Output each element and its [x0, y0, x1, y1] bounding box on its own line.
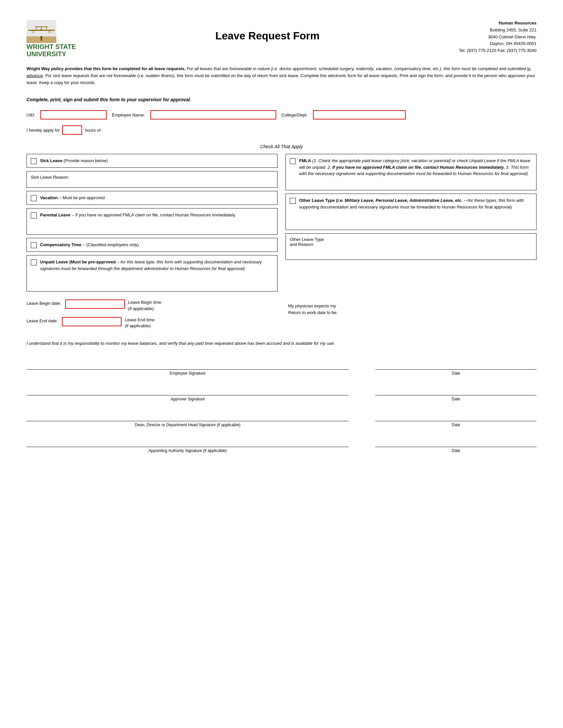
fmla-urgent: If you have no approved FMLA claim on fi… [332, 165, 505, 170]
hours-input[interactable] [62, 125, 82, 135]
unpaid-leave-text: Unpaid Leave (Must be pre-approved – for… [40, 259, 273, 272]
employee-sig-row: Employee Signature Date [26, 360, 537, 376]
appointing-sig-line [26, 438, 349, 447]
page-header: WRIGHT STATE UNIVERSITY Leave Request Fo… [26, 20, 537, 58]
approver-sig-line [26, 386, 349, 395]
begin-date-row: Leave Begin date: Leave Begin time(if ap… [26, 299, 275, 311]
hr-address1: Building 2455, Suite 221 [459, 27, 537, 34]
date-left: Leave Begin date: Leave Begin time(if ap… [26, 299, 275, 334]
college-label: College/Dept: [282, 113, 308, 117]
policy-bold-intro: Wright Way policy provides that this for… [26, 66, 185, 71]
svg-rect-11 [41, 38, 42, 41]
signatures-section: Employee Signature Date Approver Signatu… [26, 360, 537, 453]
other-reason-box: Other Leave Typeand Reason: [286, 233, 537, 260]
begin-date-time-group: Leave Begin time(if applicable): [65, 299, 161, 311]
appointing-date-label: Date [452, 448, 460, 453]
approver-sig-left: Approver Signature [26, 386, 349, 401]
college-dept-input[interactable] [313, 110, 406, 119]
dean-sig-left: Dean, Director or Department Head Signat… [26, 412, 349, 427]
university-name: WRIGHT STATE UNIVERSITY [26, 43, 76, 58]
unpaid-leave-checkbox[interactable] [31, 259, 37, 265]
appointing-sig-left: Appointing Authority Signature (if appli… [26, 438, 349, 453]
parental-leave-checkbox[interactable] [31, 212, 37, 218]
vacation-checkbox[interactable] [31, 195, 37, 201]
other-leave-text: Other Leave Type (i.e. Military Leave, P… [299, 197, 532, 210]
begin-time-label: Leave Begin time(if applicable): [128, 299, 161, 311]
hours-label: hours of: [85, 128, 102, 133]
approver-date-right: Date [375, 386, 537, 401]
compensatory-label: Compensatory Time [40, 242, 81, 247]
compensatory-checkbox[interactable] [31, 242, 37, 248]
fmla-checkbox[interactable] [290, 158, 296, 164]
vacation-sublabel: – Must be pre-approved [59, 195, 105, 200]
employee-date-right: Date [375, 360, 537, 376]
employee-date-line [375, 360, 537, 370]
dean-date-right: Date [375, 412, 537, 427]
policy-text: Wright Way policy provides that this for… [26, 66, 537, 86]
sick-leave-text: Sick Leave (Provide reason below) [40, 158, 108, 164]
hr-address2: 3640 Colonel Glenn Hwy. [459, 34, 537, 41]
end-time-label: Leave End time(if applicable): [125, 317, 155, 329]
leave-options-container: Sick Leave (Provide reason below) Sick L… [26, 154, 537, 292]
end-date-row: Leave End date: Leave End time(if applic… [26, 317, 275, 329]
end-date-label: Leave End date: [26, 317, 58, 323]
fmla-label: FMLA [299, 158, 311, 163]
appointing-date-line [375, 438, 537, 447]
fmla-option: FMLA (1. Check the appropriate paid leav… [286, 154, 537, 190]
uid-empname-college-row: UID: Employee Name: College/Dept: [26, 110, 537, 119]
parental-leave-option: Parental Leave – If you have no approved… [26, 208, 277, 235]
physician-section: My physician expects myReturn to work da… [288, 299, 537, 316]
employee-sig-label: Employee Signature [170, 371, 206, 376]
sick-leave-sublabel: (Provide reason below) [64, 158, 108, 163]
check-all-label: Check All That Apply [26, 144, 537, 149]
policy-italic-sick: For sick leave requests that are not for… [45, 73, 136, 78]
appointing-date-right: Date [375, 438, 537, 453]
employee-sig-line [26, 360, 349, 370]
uid-label: UID: [26, 113, 35, 117]
svg-point-10 [40, 36, 42, 38]
physician-text: My physician expects myReturn to work da… [288, 303, 537, 316]
sick-leave-option: Sick Leave (Provide reason below) [26, 154, 277, 168]
approver-sig-row: Approver Signature Date [26, 386, 537, 401]
other-leave-checkbox[interactable] [290, 198, 296, 204]
left-options: Sick Leave (Provide reason below) Sick L… [26, 154, 277, 292]
approver-sig-label: Approver Signature [170, 397, 205, 401]
other-reason-label: Other Leave Typeand Reason: [290, 237, 324, 247]
hr-contact: Tel: (937) 775-2120 Fax: (937) 775-3040 [459, 47, 537, 54]
submit-note: Complete, print, sign and submit this fo… [26, 97, 537, 102]
sick-leave-checkbox[interactable] [31, 158, 37, 164]
approver-date-line [375, 386, 537, 395]
vacation-label: Vacation [40, 195, 58, 200]
employee-date-label: Date [452, 371, 460, 376]
hr-address3: Dayton, OH 45435-0001 [459, 40, 537, 47]
dean-date-line [375, 412, 537, 421]
dean-date-label: Date [452, 423, 460, 427]
parental-sublabel: – If you have no approved FMLA claim on … [71, 212, 236, 217]
hours-row: I hereby apply for hours of: [26, 125, 537, 135]
compensatory-option: Compensatory Time – (Classified employee… [26, 238, 277, 252]
vacation-text: Vacation – Must be pre-approved [40, 195, 105, 201]
employee-sig-left: Employee Signature [26, 360, 349, 376]
form-title: Leave Request Form [76, 30, 459, 42]
policy-italic1: For all leaves that are foreseeable in n… [185, 66, 527, 71]
unpaid-label: Unpaid Leave (Must be pre-approved [40, 259, 116, 264]
svg-rect-7 [40, 29, 42, 31]
right-options: FMLA (1. Check the appropriate paid leav… [286, 154, 537, 292]
dates-section: Leave Begin date: Leave Begin time(if ap… [26, 299, 537, 334]
sick-reason-box: Sick Leave Reason: [26, 171, 277, 188]
vacation-option: Vacation – Must be pre-approved [26, 191, 277, 205]
compensatory-text: Compensatory Time – (Classified employee… [40, 242, 139, 248]
other-leave-label: Other Leave Type (i.e. Military Leave, P… [299, 198, 463, 203]
other-leave-type-option: Other Leave Type (i.e. Military Leave, P… [286, 194, 537, 230]
begin-date-input[interactable] [65, 299, 125, 309]
apply-label: I hereby apply for [26, 128, 60, 133]
end-date-input[interactable] [62, 317, 121, 326]
employee-name-input[interactable] [150, 110, 276, 119]
parental-leave-text: Parental Leave – If you have no approved… [40, 212, 236, 218]
hr-contact-info: Human Resources Building 2455, Suite 221… [459, 20, 537, 54]
unpaid-leave-option: Unpaid Leave (Must be pre-approved – for… [26, 255, 277, 292]
uid-input[interactable] [40, 110, 107, 119]
dean-sig-label: Dean, Director or Department Head Signat… [135, 423, 240, 427]
compensatory-sublabel: – (Classified employees only) [82, 242, 139, 247]
empname-label: Employee Name: [112, 113, 145, 117]
